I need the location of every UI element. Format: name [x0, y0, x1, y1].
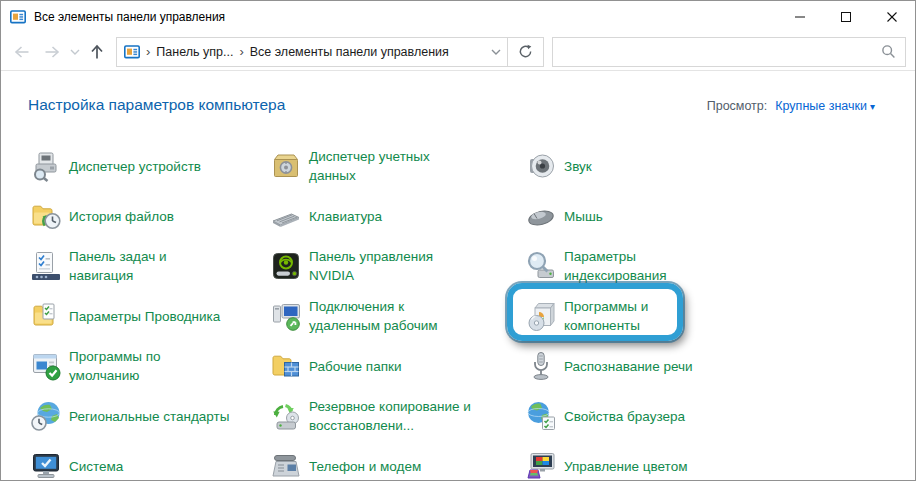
item-label: Параметры индексирования [564, 247, 667, 285]
explorer-options-icon [29, 299, 63, 333]
item-label: Региональные стандарты [69, 407, 229, 426]
search-input[interactable] [562, 44, 881, 60]
forward-arrow-icon [43, 44, 61, 60]
maximize-icon [838, 9, 854, 25]
items-column-2: Диспетчер учетных данныхКлавиатураПанель… [269, 141, 524, 481]
dropdown-arrow-icon: ▾ [870, 101, 875, 112]
item-label: Звук [564, 157, 592, 176]
device-manager-icon [29, 149, 63, 183]
control-panel-item-phone-modem[interactable]: Телефон и модем [269, 441, 524, 481]
control-panel-item-credential-manager[interactable]: Диспетчер учетных данных [269, 141, 524, 191]
up-button[interactable] [83, 37, 111, 67]
recent-locations-button[interactable] [67, 37, 83, 67]
view-by: Просмотр:Крупные значки▾ [707, 99, 875, 113]
view-by-label: Просмотр: [707, 99, 768, 113]
title-bar: Все элементы панели управления [1, 1, 915, 33]
address-dropdown-button[interactable] [491, 49, 501, 55]
window-controls [777, 1, 915, 33]
breadcrumb-segment-current[interactable]: Все элементы панели управления [250, 45, 449, 59]
programs-features-icon [524, 299, 558, 333]
nvidia-icon [269, 249, 303, 283]
item-label: Клавиатура [309, 207, 382, 226]
control-panel-icon [124, 44, 140, 60]
keyboard-icon [269, 199, 303, 233]
control-panel-window: Все элементы панели управления › Панель … [0, 0, 916, 481]
item-label: Резервное копирование и восстановлени... [309, 397, 471, 435]
refresh-icon [518, 44, 533, 59]
file-history-icon [29, 199, 63, 233]
control-panel-icon [10, 9, 26, 25]
item-label: Панель управления NVIDIA [309, 247, 433, 285]
up-arrow-icon [89, 43, 105, 61]
regional-standards-icon [29, 399, 63, 433]
system-icon [29, 449, 63, 481]
control-panel-item-internet-options[interactable]: Свойства браузера [524, 391, 915, 441]
item-label: Свойства браузера [564, 407, 685, 426]
window-title: Все элементы панели управления [34, 10, 225, 24]
chevron-down-icon [491, 49, 501, 55]
control-panel-item-backup-restore[interactable]: Резервное копирование и восстановлени... [269, 391, 524, 441]
forward-button[interactable] [37, 37, 67, 67]
search-icon [881, 44, 896, 59]
control-panel-item-nvidia-control-panel[interactable]: Панель управления NVIDIA [269, 241, 524, 291]
sound-icon [524, 149, 558, 183]
control-panel-item-explorer-options[interactable]: Параметры Проводника [29, 291, 269, 341]
address-bar[interactable]: › Панель упр... › Все элементы панели уп… [116, 37, 508, 67]
breadcrumb-separator: › [239, 45, 243, 58]
control-panel-item-mouse[interactable]: Мышь [524, 191, 915, 241]
item-label: Диспетчер учетных данных [309, 147, 430, 185]
breadcrumb-segment-root[interactable]: Панель упр... [156, 45, 233, 59]
backup-restore-icon [269, 399, 303, 433]
item-label: Диспетчер устройств [69, 157, 201, 176]
item-label: Система [69, 457, 123, 476]
close-button[interactable] [869, 1, 915, 33]
item-label: Рабочие папки [309, 357, 401, 376]
control-panel-item-system[interactable]: Система [29, 441, 269, 481]
control-panel-item-speech-recognition[interactable]: Распознавание речи [524, 341, 915, 391]
items-column-3: ЗвукМышьПараметры индексированияПрограмм… [524, 141, 915, 481]
maximize-button[interactable] [823, 1, 869, 33]
taskbar-navigation-icon [29, 249, 63, 283]
minimize-button[interactable] [777, 1, 823, 33]
mouse-icon [524, 199, 558, 233]
remote-desktop-icon [269, 299, 303, 333]
control-panel-item-remote-desktop-connections[interactable]: Подключения к удаленным рабочим [269, 291, 524, 341]
phone-modem-icon [269, 449, 303, 481]
item-label: Мышь [564, 207, 603, 226]
navigation-bar: › Панель упр... › Все элементы панели уп… [1, 33, 915, 71]
default-programs-icon [29, 349, 63, 383]
control-panel-item-taskbar-navigation[interactable]: Панель задач и навигация [29, 241, 269, 291]
control-panel-item-indexing-options[interactable]: Параметры индексирования [524, 241, 915, 291]
page-title: Настройка параметров компьютера [28, 96, 285, 114]
control-panel-item-device-manager[interactable]: Диспетчер устройств [29, 141, 269, 191]
item-label: Телефон и модем [309, 457, 421, 476]
refresh-button[interactable] [508, 37, 544, 67]
items-column-1: Диспетчер устройствИстория файловПанель … [29, 141, 269, 481]
back-button[interactable] [7, 37, 37, 67]
control-panel-item-regional-standards[interactable]: Региональные стандарты [29, 391, 269, 441]
control-panel-item-color-management[interactable]: Управление цветом [524, 441, 915, 481]
internet-options-icon [524, 399, 558, 433]
color-management-icon [524, 449, 558, 481]
item-label: Распознавание речи [564, 357, 693, 376]
back-arrow-icon [13, 44, 31, 60]
indexing-options-icon [524, 249, 558, 283]
control-panel-item-programs-and-features[interactable]: Программы и компоненты [524, 291, 915, 341]
item-label: Программы по умолчанию [69, 347, 161, 385]
control-panel-item-sound[interactable]: Звук [524, 141, 915, 191]
credential-manager-icon [269, 149, 303, 183]
control-panel-item-work-folders[interactable]: Рабочие папки [269, 341, 524, 391]
content-header: Настройка параметров компьютера Просмотр… [1, 71, 915, 114]
work-folders-icon [269, 349, 303, 383]
close-icon [884, 9, 900, 25]
minimize-icon [792, 9, 808, 25]
view-by-dropdown[interactable]: Крупные значки▾ [775, 99, 875, 113]
item-label: Параметры Проводника [69, 307, 220, 326]
item-label: Панель задач и навигация [69, 247, 167, 285]
control-panel-item-file-history[interactable]: История файлов [29, 191, 269, 241]
search-box [552, 37, 906, 67]
item-label: История файлов [69, 207, 174, 226]
breadcrumb-separator: › [146, 45, 150, 58]
control-panel-item-default-programs[interactable]: Программы по умолчанию [29, 341, 269, 391]
control-panel-item-keyboard[interactable]: Клавиатура [269, 191, 524, 241]
